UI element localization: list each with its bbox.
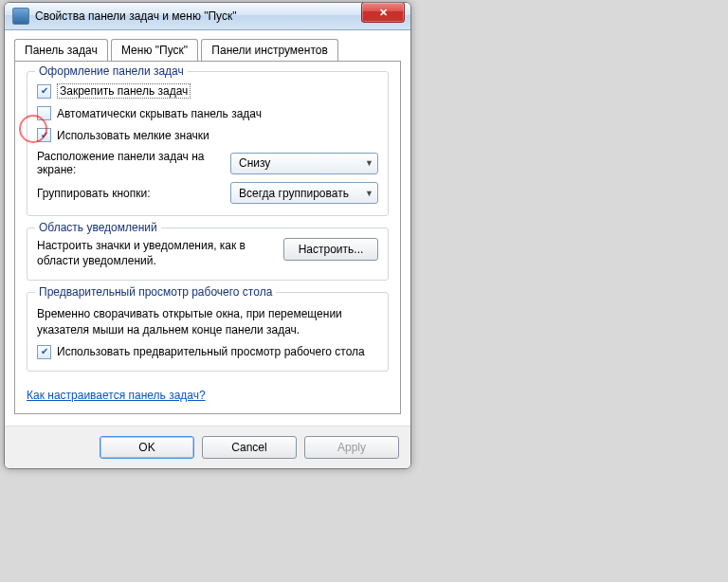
ok-button[interactable]: OK: [100, 436, 194, 459]
combo-group-value: Всегда группировать: [239, 187, 349, 200]
row-location: Расположение панели задач на экране: Сни…: [37, 150, 378, 176]
chk-row-small-icons[interactable]: Использовать мелкие значки: [37, 128, 378, 142]
tabstrip: Панель задач Меню "Пуск" Панели инструме…: [14, 38, 401, 61]
cancel-button[interactable]: Cancel: [202, 436, 297, 459]
notification-description: Настроить значки и уведомления, как в об…: [37, 238, 274, 268]
titlebar[interactable]: Свойства панели задач и меню "Пуск" ✕: [5, 3, 410, 30]
combo-group-buttons[interactable]: Всегда группировать ▼: [230, 182, 378, 204]
chk-row-preview[interactable]: Использовать предварительный просмотр ра…: [37, 345, 378, 359]
label-group-buttons: Группировать кнопки:: [37, 187, 230, 200]
chevron-down-icon: ▼: [365, 189, 373, 198]
taskbar-properties-dialog: Свойства панели задач и меню "Пуск" ✕ Па…: [4, 2, 411, 469]
close-icon: ✕: [379, 7, 388, 19]
tab-taskbar[interactable]: Панель задач: [14, 39, 108, 61]
label-location: Расположение панели задач на экране:: [37, 150, 230, 176]
close-button[interactable]: ✕: [361, 2, 405, 23]
tab-toolbars[interactable]: Панели инструментов: [201, 39, 337, 61]
label-lock-taskbar: Закрепить панель задач: [57, 83, 191, 99]
group-notification: Область уведомлений Настроить значки и у…: [27, 227, 389, 281]
label-autohide: Автоматически скрывать панель задач: [57, 107, 262, 120]
tab-content: Оформление панели задач Закрепить панель…: [14, 61, 401, 414]
dialog-body: Панель задач Меню "Пуск" Панели инструме…: [5, 30, 410, 426]
label-small-icons: Использовать мелкие значки: [57, 129, 209, 142]
row-group-buttons: Группировать кнопки: Всегда группировать…: [37, 182, 378, 204]
preview-description: Временно сворачивать открытые окна, при …: [37, 306, 378, 336]
chk-row-lock[interactable]: Закрепить панель задач: [37, 83, 378, 99]
window-title: Свойства панели задач и меню "Пуск": [35, 9, 237, 23]
checkbox-small-icons[interactable]: [37, 128, 51, 142]
checkbox-lock-taskbar[interactable]: [37, 84, 51, 99]
checkbox-autohide[interactable]: [37, 106, 51, 120]
checkbox-preview[interactable]: [37, 345, 51, 359]
group-preview-title: Предварительный просмотр рабочего стола: [35, 285, 276, 299]
group-preview: Предварительный просмотр рабочего стола …: [27, 292, 389, 371]
combo-location-value: Снизу: [239, 156, 270, 170]
combo-location[interactable]: Снизу ▼: [230, 153, 378, 174]
group-appearance: Оформление панели задач Закрепить панель…: [27, 71, 389, 216]
chevron-down-icon: ▼: [365, 158, 373, 168]
dialog-footer: OK Cancel Apply: [5, 426, 410, 468]
group-appearance-title: Оформление панели задач: [35, 64, 188, 78]
help-link[interactable]: Как настраивается панель задач?: [27, 389, 206, 402]
chk-row-autohide[interactable]: Автоматически скрывать панель задач: [37, 106, 378, 120]
group-notification-title: Область уведомлений: [35, 221, 161, 234]
apply-button[interactable]: Apply: [304, 436, 399, 459]
app-icon: [12, 8, 29, 25]
customize-button[interactable]: Настроить...: [283, 238, 378, 261]
label-preview: Использовать предварительный просмотр ра…: [57, 345, 365, 358]
tab-start-menu[interactable]: Меню "Пуск": [111, 39, 198, 61]
